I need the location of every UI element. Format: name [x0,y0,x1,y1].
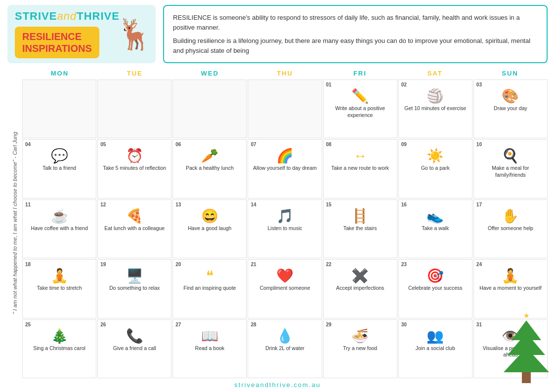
xmas-star-icon: ★ [504,312,549,319]
cell-icon-26: 📞 [126,329,143,343]
cal-cell-03: 03🎨Draw your day [473,79,548,138]
cell-icon-12: 🍕 [126,209,143,223]
calendar-main: MON TUE WED THU FRI SAT SUN 01✏️Write ab… [22,68,548,378]
cell-icon-27: 📖 [201,329,218,343]
cell-number-24: 24 [476,262,482,267]
day-fri: FRI [322,68,397,78]
cell-label-11: Have coffee with a friend [31,225,87,232]
cell-number-13: 13 [175,202,181,207]
cell-label-17: Offer someone help [488,225,533,232]
cal-cell-06: 06🥕Pack a healthy lunch [172,139,247,198]
side-quote-container: " I am not what happened to me, I am wha… [7,68,22,378]
cell-label-07: Allow yourself to day dream [253,165,317,172]
cell-number-22: 22 [326,262,332,267]
cell-icon-22: ✖️ [351,269,369,283]
page: STRIVEandTHRIVE RESILIENCE INSPIRATIONS … [0,0,555,392]
cal-cell-empty-3 [248,79,322,138]
cell-icon-05: ⏰ [126,149,143,163]
brand-panel: STRIVEandTHRIVE RESILIENCE INSPIRATIONS … [7,5,156,63]
cell-label-21: Compliment someone [259,285,310,292]
cell-icon-01: ✏️ [351,89,369,103]
cal-cell-04: 04💬Talk to a friend [22,139,96,198]
day-tue: TUE [97,68,172,78]
cell-number-16: 16 [401,202,407,207]
header-para-2: Building resilience is a lifelong journe… [173,36,538,55]
cell-icon-30: 👥 [427,329,444,343]
brand-thrive: THRIVE [77,10,120,22]
cal-cell-10: 10🍳Make a meal for family/friends [473,139,548,198]
cell-label-14: Listen to music [267,225,302,232]
cell-label-28: Drink 2L of water [265,345,304,352]
calendar-grid: 01✏️Write about a positive experience02🏐… [22,79,548,378]
cell-label-22: Accept imperfections [336,285,384,292]
cell-icon-24: 🧘 [502,269,519,283]
cal-cell-05: 05⏰Take 5 minutes of reflection [97,139,171,198]
cell-number-30: 30 [401,322,407,327]
cell-label-01: Write about a positive experience [326,105,394,118]
cal-cell-07: 07🌈Allow yourself to day dream [248,139,322,198]
cell-number-09: 09 [401,142,407,147]
cell-number-01: 01 [326,82,332,87]
cal-cell-12: 12🍕Eat lunch with a colleague [97,199,171,258]
day-sat: SAT [397,68,472,78]
day-wed: WED [172,68,248,78]
cell-number-26: 26 [100,322,106,327]
cell-number-28: 28 [251,322,256,327]
cal-cell-09: 09☀️Go to a park [398,139,472,198]
cell-icon-21: ❤️ [276,269,294,283]
cell-icon-11: ☕ [51,209,68,223]
cell-number-04: 04 [25,142,31,147]
cell-number-06: 06 [175,142,181,147]
cell-label-04: Talk to a friend [43,165,76,172]
tree-bot [504,348,549,372]
day-sun: SUN [472,68,548,78]
cell-number-05: 05 [100,142,106,147]
cal-cell-27: 27📖Read a book [172,319,247,378]
cell-label-03: Draw your day [494,105,527,112]
cell-number-15: 15 [326,202,332,207]
cal-cell-25: 25🎄Sing a Christmas carol [22,319,96,378]
cell-label-25: Sing a Christmas carol [33,345,85,352]
cell-label-02: Get 10 minutes of exercise [404,105,466,112]
footer: striveandthrive.com.au [7,378,548,390]
cell-icon-04: 💬 [51,149,68,163]
tree-trunk [522,372,531,383]
cal-cell-24: 24🧘Have a moment to yourself [473,259,548,318]
cell-label-06: Pack a healthy lunch [186,165,234,172]
cell-icon-09: ☀️ [427,149,444,163]
cell-label-09: Go to a park [421,165,450,172]
header-para-1: RESILIENCE is someone's ability to respo… [173,13,538,32]
cell-icon-08: ↔️ [353,149,367,163]
header: STRIVEandTHRIVE RESILIENCE INSPIRATIONS … [7,5,548,63]
cell-number-29: 29 [326,322,332,327]
cell-number-08: 08 [326,142,332,147]
cal-cell-21: 21❤️Compliment someone [248,259,322,318]
cell-number-02: 02 [401,82,407,87]
day-mon: MON [22,68,97,78]
cell-icon-13: 😄 [201,209,218,223]
cell-icon-17: ✋ [502,209,519,223]
side-quote: " I am not what happened to me, I am wha… [12,132,18,314]
cell-icon-19: 🖥️ [126,269,143,283]
brand-strive: STRIVE [15,10,57,22]
brand-and: and [57,10,77,22]
cell-label-05: Take 5 minutes of reflection [103,165,166,172]
cal-cell-30: 30👥Join a social club [398,319,472,378]
cell-number-27: 27 [175,322,181,327]
header-description: RESILIENCE is someone's ability to respo… [163,5,548,63]
cal-cell-empty-2 [172,79,247,138]
cal-cell-17: 17✋Offer someone help [473,199,548,258]
cal-cell-02: 02🏐Get 10 minutes of exercise [398,79,472,138]
cell-number-19: 19 [100,262,106,267]
cell-icon-02: 🏐 [427,89,444,103]
cell-icon-29: 🍜 [351,329,369,343]
cell-label-19: Do something to relax [109,285,160,292]
cal-cell-26: 26📞Give a friend a call [97,319,171,378]
cal-cell-20: 20❝Find an inspiring quote [172,259,247,318]
cell-label-13: Have a good laugh [188,225,231,232]
cell-number-20: 20 [175,262,181,267]
cell-icon-28: 💧 [276,329,294,343]
cal-cell-22: 22✖️Accept imperfections [323,259,397,318]
cal-cell-15: 15🪜Take the stairs [323,199,397,258]
cell-icon-03: 🎨 [502,89,519,103]
